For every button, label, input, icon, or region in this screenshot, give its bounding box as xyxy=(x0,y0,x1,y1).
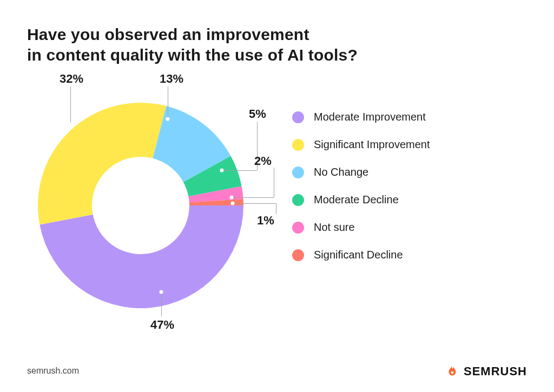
svg-point-0 xyxy=(451,371,453,374)
callout-no-change: 13% xyxy=(160,72,183,86)
brand-name: SEMRUSH xyxy=(464,364,527,378)
leader-dot-moderate-improvement xyxy=(160,290,163,294)
legend: Moderate ImprovementSignificant Improvem… xyxy=(292,111,430,276)
legend-swatch xyxy=(292,249,304,261)
legend-swatch xyxy=(292,222,304,234)
chart-title-line1: Have you observed an improvement xyxy=(27,24,358,45)
legend-swatch xyxy=(292,194,304,206)
leader-moderate-improvement xyxy=(161,292,162,316)
leader-dot-significant-decline xyxy=(231,202,235,205)
footer-url: semrush.com xyxy=(27,366,79,376)
leader-not-sure xyxy=(232,197,274,198)
legend-label: Significant Decline xyxy=(314,249,403,261)
legend-label: Not sure xyxy=(314,221,355,234)
donut-slice xyxy=(39,205,243,308)
legend-label: Moderate Decline xyxy=(314,194,399,206)
legend-item: Not sure xyxy=(292,221,430,234)
callout-not-sure: 2% xyxy=(254,154,272,168)
legend-item: Moderate Decline xyxy=(292,194,430,206)
legend-label: No Change xyxy=(314,166,368,178)
chart-title: Have you observed an improvement in cont… xyxy=(27,24,358,65)
leader-v-not-sure xyxy=(274,168,274,197)
leader-no-change xyxy=(168,87,168,119)
leader-significant-improvement xyxy=(70,87,71,124)
leader-dot-significant-improvement xyxy=(69,123,72,127)
legend-item: Significant Decline xyxy=(292,249,430,261)
callout-moderate-improvement: 47% xyxy=(150,318,174,332)
callout-moderate-decline: 5% xyxy=(249,107,266,121)
brand-flame-icon xyxy=(445,364,459,378)
leader-dot-no-change xyxy=(166,117,170,121)
legend-swatch xyxy=(292,139,304,151)
legend-swatch xyxy=(292,111,304,123)
page: Have you observed an improvement in cont… xyxy=(0,0,554,392)
legend-label: Moderate Improvement xyxy=(314,111,426,123)
callout-significant-improvement: 32% xyxy=(60,72,83,86)
legend-swatch xyxy=(292,167,304,178)
leader-dot-moderate-decline xyxy=(220,169,224,172)
brand: SEMRUSH xyxy=(445,364,527,378)
donut-chart xyxy=(32,97,249,314)
legend-label: Significant Improvement xyxy=(314,138,430,151)
leader-significant-decline xyxy=(233,203,276,204)
chart-title-line2: in content quality with the use of AI to… xyxy=(27,45,358,65)
legend-item: Moderate Improvement xyxy=(292,111,430,123)
legend-item: No Change xyxy=(292,166,430,178)
callout-significant-decline: 1% xyxy=(257,214,274,228)
chart-area: 47% 32% 13% 5% 2% 1% xyxy=(27,76,281,335)
legend-item: Significant Improvement xyxy=(292,138,430,151)
leader-dot-not-sure xyxy=(230,196,234,200)
donut-slice xyxy=(38,103,166,225)
leader-v-significant-decline xyxy=(276,203,276,214)
leader-moderate-decline xyxy=(222,170,257,171)
